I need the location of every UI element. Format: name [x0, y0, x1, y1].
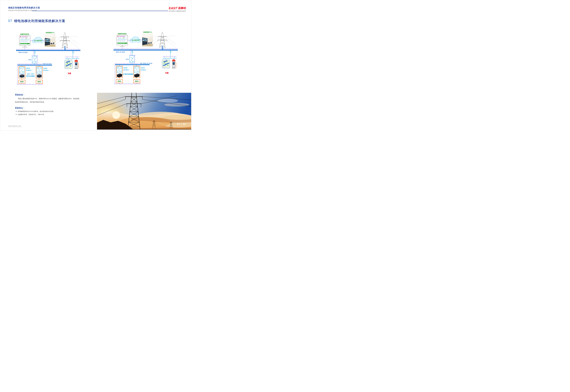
ac-bus-label: 400V AC BUS — [18, 52, 28, 53]
section-title: 锂电池梯次利用储能系统解决方案 — [14, 19, 65, 23]
battery-pack-icon — [36, 74, 42, 78]
section-number: 07 — [8, 19, 12, 23]
body-text: 系统组成： 系统主要由储能变流器PCS、隔离性双向DC/DC变换器、能量管理系统… — [15, 94, 94, 115]
ellipsis-label: ...... — [28, 69, 33, 71]
composition-heading: 系统组成： — [15, 94, 94, 96]
pcs-symbol — [32, 56, 37, 63]
ev-charger-icon — [172, 59, 176, 68]
pcs-symbol — [130, 56, 135, 63]
building-icon — [65, 60, 72, 69]
battery-module-1 — [116, 66, 123, 78]
logo-tagline: 始于1989年┃股票代码:300376 — [169, 10, 189, 12]
document-title: 储能及智能微电网系统解决方案 — [8, 6, 40, 9]
battery-module-1 — [19, 66, 25, 78]
pcs-label: PCS — [28, 59, 31, 61]
dispatch-center-photo — [45, 34, 56, 47]
load-label: 负载 — [165, 72, 169, 74]
feature-item: 采用隔离型双向DC/DC变换器，保证电池的安全性高。 — [16, 111, 94, 112]
dc-bus — [18, 65, 52, 66]
dcdc-converter-symbol — [117, 67, 122, 73]
ac-bus — [114, 50, 178, 51]
document-subtitle: 智慧城市和智慧能源系统解决方案供应商 — [8, 10, 37, 12]
ems-label: 能量管理系统 — [118, 33, 127, 35]
pcs-label: PCS — [126, 58, 129, 60]
section-heading: 07 锂电池梯次利用储能系统解决方案 — [8, 19, 65, 23]
logo-since: 始于1989年 — [169, 10, 175, 12]
registered-mark-icon: ® — [177, 7, 178, 8]
diagram-telecom-48v: 400V AC BUS 能量管理系统 电力系统专网 — [113, 31, 178, 85]
ems-label: 能量管理系统 — [20, 33, 29, 35]
diagram-battery-reuse-700v: 400V AC BUS 能量管理系统 — [16, 32, 81, 85]
convertern-name-label: DC/DCn — [141, 69, 146, 71]
features-list: 采用隔离型双向DC/DC变换器，保证电池的安全性高。 分簇模块管理、充放电可控、… — [16, 111, 94, 115]
bms1-label: BMS — [118, 80, 121, 82]
page-number: 11 / 12 — [177, 123, 186, 125]
dcdc-converter-symbol — [134, 67, 139, 73]
battery-module-n — [133, 66, 140, 78]
building-icon — [162, 60, 170, 68]
dispatch-label: 电网调度中心 — [143, 31, 152, 33]
dispatch-center-photo — [142, 34, 153, 46]
logo-stock-code: 股票代码:300376 — [177, 10, 186, 12]
bmsn-label: BMS — [38, 81, 41, 83]
pcs-breaker-icon — [131, 51, 133, 56]
power-network-cloud-icon: 电力系统专网 — [32, 37, 43, 43]
dc-bus-label: 500~650V DC BUS — [140, 63, 152, 64]
convertern-power-label: 10KW — [141, 67, 145, 69]
power-network-cloud-icon: 电力系统专网 — [130, 37, 141, 43]
load-breaker-icon — [170, 51, 172, 58]
website-link[interactable]: www.eastups.com — [8, 125, 22, 127]
dc-bus — [115, 64, 150, 65]
ems-monitor-icon — [117, 35, 128, 47]
dc-bus-label: 700V DC BUS — [43, 63, 52, 65]
brochure-page: 储能及智能微电网系统解决方案 智慧城市和智慧能源系统解决方案供应商 EAST ®… — [0, 0, 191, 131]
load-breaker-icon — [72, 51, 74, 59]
dcdc-converter-symbol — [37, 67, 42, 73]
battery-module-n — [36, 66, 43, 78]
ac-bus — [16, 50, 80, 51]
composition-text-line1: 系统主要由储能变流器PCS、隔离性双向DC/DC变换器、能量管理系统EMS、电池… — [15, 97, 94, 100]
logo-brand-cn: 易事特 — [178, 7, 186, 10]
bms1-label: BMS — [20, 81, 24, 83]
load-label: 负载 — [68, 72, 71, 74]
ev-charger-icon — [74, 60, 79, 69]
east-logo: EAST ® 易事特 始于1989年┃股票代码:300376 — [169, 7, 189, 12]
convertern-power-label: 20KW — [43, 68, 47, 69]
ems-monitor-icon — [19, 36, 30, 47]
header-divider — [32, 11, 168, 11]
logo-separator: ┃ — [176, 10, 176, 12]
battery-voltage-label: 200V~350V — [27, 73, 34, 75]
bmsn-label: BMS — [135, 80, 139, 82]
feature-item: 分簇模块管理、充放电可控、可换方便。 — [16, 113, 94, 115]
dispatch-label: 电网调度中心 — [46, 32, 55, 33]
composition-text-line2: 电池管理系统BMS、动环监控系统等组成。 — [15, 100, 94, 104]
dcdc-converter-symbol — [19, 67, 24, 73]
cloud-label: 电力系统专网 — [34, 40, 42, 41]
cloud-label: 电力系统专网 — [132, 40, 140, 41]
logo-wordmark: EAST — [169, 7, 177, 10]
battery-voltage-label: 48V通信电源模组 — [122, 73, 134, 75]
battery-pack-icon — [19, 74, 25, 78]
ellipsis-label: ...... — [126, 68, 130, 70]
battery-type-label: 梯次电池模组 — [26, 75, 35, 77]
convertern-name-label: DC/DCn — [43, 70, 49, 71]
ac-bus-label: 400V AC BUS — [116, 51, 125, 53]
features-heading: 系统特点： — [15, 107, 94, 109]
pcs-breaker-icon — [34, 51, 36, 56]
